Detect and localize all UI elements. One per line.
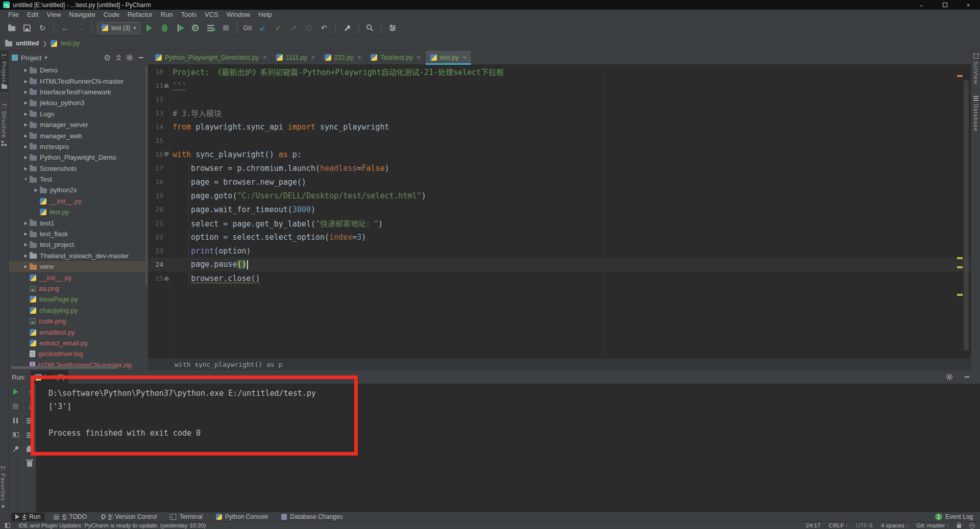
expanded-arrow-icon[interactable]: ▼ <box>22 177 30 182</box>
close-button[interactable]: × <box>957 0 980 10</box>
collapsed-arrow-icon[interactable]: ▶ <box>22 68 30 72</box>
toolwindow-button-terminal[interactable]: Terminal <box>166 513 206 521</box>
tree-row[interactable]: ▶InterfaceTestFramework <box>9 87 148 97</box>
lock-icon[interactable] <box>957 524 961 528</box>
tree-row[interactable]: aa.png <box>9 283 148 294</box>
menu-item-edit[interactable]: Edit <box>23 10 42 19</box>
tree-row[interactable]: ▼Test <box>9 174 148 185</box>
status-item-utf-8[interactable]: UTF-8 <box>856 522 873 528</box>
hector-notifications-icon[interactable] <box>969 523 975 528</box>
tree-row[interactable]: ▶Python_Playwright_Demo <box>9 152 148 163</box>
breadcrumb-project[interactable]: untitled <box>16 40 39 47</box>
collapsed-arrow-icon[interactable]: ▶ <box>22 242 30 247</box>
collapsed-arrow-icon[interactable]: ▶ <box>22 144 30 149</box>
git-update-button[interactable]: ↙ <box>256 22 270 34</box>
editor-tab[interactable]: test.py× <box>426 51 472 64</box>
tree-row[interactable]: ▶Screenshots <box>9 163 148 174</box>
event-log-button[interactable]: 1Event Log <box>935 513 980 520</box>
back-button[interactable]: ← <box>59 22 72 34</box>
rerun-button[interactable] <box>12 388 20 396</box>
run-button[interactable] <box>142 22 156 34</box>
tree-row[interactable]: ▶mztestpro <box>9 141 148 152</box>
code-line[interactable]: 21 select = page.get_by_label("快递邮寄地址：") <box>148 216 971 230</box>
tree-row[interactable]: ▶test_flask <box>9 229 148 239</box>
hide-panel-button[interactable] <box>137 54 145 62</box>
maximize-button[interactable] <box>933 0 957 10</box>
tree-row[interactable]: chaojiying.py <box>9 305 148 316</box>
menu-item-file[interactable]: File <box>4 10 23 19</box>
code-line[interactable]: 24 page.pause() <box>148 258 971 271</box>
tree-row[interactable]: ▶python2x <box>9 185 148 195</box>
collapse-all-button[interactable] <box>114 54 122 62</box>
toolwindow-toggle-icon[interactable] <box>5 523 10 528</box>
stop-process-button[interactable] <box>12 402 20 410</box>
status-item-4-spaces[interactable]: 4 spaces↕ <box>881 522 909 528</box>
panel-settings-button[interactable] <box>126 54 134 62</box>
warning-stripe-mark[interactable] <box>957 266 963 268</box>
collapsed-arrow-icon[interactable]: ▶ <box>22 100 30 105</box>
code-line[interactable]: 19 page.goto("C:/Users/DELL/Desktop/test… <box>148 189 971 203</box>
settings-button[interactable] <box>386 22 400 34</box>
fold-marker-icon[interactable] <box>163 276 169 281</box>
tree-row[interactable]: code.png <box>9 316 148 326</box>
pin-tab-button[interactable] <box>12 445 20 453</box>
toolwindow-button-todo[interactable]: 6: TODO <box>50 513 91 521</box>
collapsed-arrow-icon[interactable]: ▶ <box>22 112 30 116</box>
code-line[interactable]: 22 option = select.select_option(index=3… <box>148 230 971 244</box>
restore-layout-button[interactable] <box>12 431 20 439</box>
code-line[interactable]: 18 page = browser.new_page() <box>148 175 971 189</box>
tree-row[interactable]: test.py <box>9 207 148 217</box>
code-line[interactable]: 15 <box>148 134 971 147</box>
code-line[interactable]: 11''' <box>148 79 971 92</box>
menu-item-tools[interactable]: Tools <box>177 10 201 19</box>
locate-button[interactable] <box>103 54 111 62</box>
menu-item-code[interactable]: Code <box>100 10 124 19</box>
menu-item-window[interactable]: Window <box>223 10 254 19</box>
tree-row[interactable]: ▶Demo <box>9 65 148 75</box>
tree-row[interactable]: ▶test1 <box>9 217 148 228</box>
tree-row[interactable]: ▶Thailand_xsteach_dev-master <box>9 250 148 261</box>
run-settings-button[interactable] <box>945 373 953 381</box>
chevron-down-icon[interactable]: ▾ <box>44 55 47 60</box>
menu-item-help[interactable]: Help <box>254 10 276 19</box>
tree-row[interactable]: emailtest.py <box>9 326 148 337</box>
menu-item-run[interactable]: Run <box>157 10 177 19</box>
project-panel-title[interactable]: Project <box>21 54 41 62</box>
editor-tab[interactable]: Test\test.py× <box>366 51 425 64</box>
editor-scrollbar[interactable] <box>964 80 969 350</box>
code-line[interactable]: 12 <box>148 92 971 106</box>
profile-button[interactable] <box>188 22 202 34</box>
collapsed-arrow-icon[interactable]: ▶ <box>22 166 30 171</box>
code-editor[interactable]: 10Project: 《最新出炉》系列初窥篇-Python+Playwright… <box>148 65 971 358</box>
collapsed-arrow-icon[interactable]: ▶ <box>22 254 30 258</box>
debug-button[interactable] <box>158 22 171 34</box>
collapsed-arrow-icon[interactable]: ▶ <box>22 232 30 236</box>
collapsed-arrow-icon[interactable]: ▶ <box>32 188 40 192</box>
tab-close-icon[interactable]: × <box>462 54 466 61</box>
forward-button[interactable]: → <box>74 22 87 34</box>
menu-item-vcs[interactable]: VCS <box>201 10 223 19</box>
tree-row[interactable]: ▶manager_web <box>9 130 148 141</box>
save-button[interactable] <box>20 22 34 34</box>
toolwindow-button-python-console[interactable]: Python Console <box>212 513 273 521</box>
menu-item-navigate[interactable]: Navigate <box>65 10 99 19</box>
collapsed-arrow-icon[interactable]: ▶ <box>22 221 30 225</box>
sync-button[interactable]: ↻ <box>36 22 49 34</box>
collapsed-arrow-icon[interactable]: ▶ <box>22 90 30 94</box>
menu-item-refactor[interactable]: Refactor <box>124 10 157 19</box>
run-concurrency-button[interactable] <box>204 22 217 34</box>
code-line[interactable]: 25 browser.close() <box>148 271 971 285</box>
code-line[interactable]: 23 print(option) <box>148 244 971 258</box>
status-item-git-master[interactable]: Git: master↕ <box>916 522 949 528</box>
code-line[interactable]: 14from playwright.sync_api import sync_p… <box>148 120 971 134</box>
tab-close-icon[interactable]: × <box>417 54 421 61</box>
tree-row[interactable]: __init__.py <box>9 272 148 283</box>
tab-close-icon[interactable]: × <box>357 54 361 61</box>
run-with-coverage-button[interactable] <box>173 22 186 34</box>
error-stripe-mark[interactable] <box>957 75 963 77</box>
tree-row[interactable]: ▶manager_server <box>9 119 148 130</box>
warning-stripe-mark[interactable] <box>957 294 963 296</box>
pause-output-button[interactable] <box>12 416 20 424</box>
external-tools-button[interactable] <box>340 22 354 34</box>
code-line[interactable]: 10Project: 《最新出炉》系列初窥篇-Python+Playwright… <box>148 65 971 79</box>
